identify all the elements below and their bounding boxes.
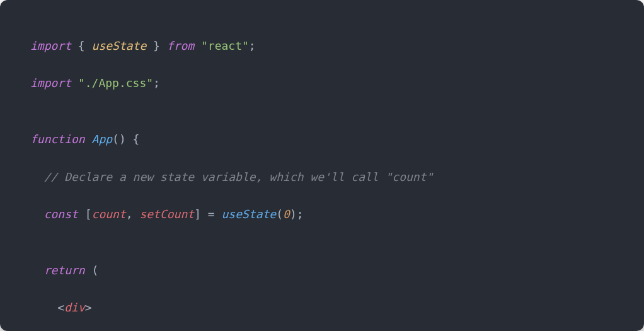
code-line-4: function App() { xyxy=(30,130,614,149)
call-usestate: useState xyxy=(222,207,277,221)
keyword-const: const xyxy=(44,207,78,221)
variable-setcount: setCount xyxy=(139,207,194,221)
keyword-return: return xyxy=(44,264,85,277)
code-block: import { useState } from "react"; import… xyxy=(0,0,644,331)
code-line-9: <div> xyxy=(30,298,614,317)
string-react: "react" xyxy=(201,39,249,52)
code-line-2: import "./App.css"; xyxy=(30,74,614,93)
jsx-tag-div: div xyxy=(64,301,85,314)
function-name-app: App xyxy=(92,132,113,146)
code-line-6: const [count, setCount] = useState(0); xyxy=(30,205,614,224)
keyword-from: from xyxy=(167,39,194,52)
code-line-1: import { useState } from "react"; xyxy=(30,37,614,55)
string-appcss: "./App.css" xyxy=(78,76,153,90)
comment: // Declare a new state variable, which w… xyxy=(30,170,433,183)
code-line-5: // Declare a new state variable, which w… xyxy=(30,168,614,187)
code-line-8: return ( xyxy=(30,261,614,280)
keyword-function: function xyxy=(30,132,85,146)
identifier-usestate: useState xyxy=(92,39,147,52)
number-zero: 0 xyxy=(283,207,290,221)
keyword-import: import xyxy=(30,39,71,52)
variable-count: count xyxy=(92,207,126,221)
